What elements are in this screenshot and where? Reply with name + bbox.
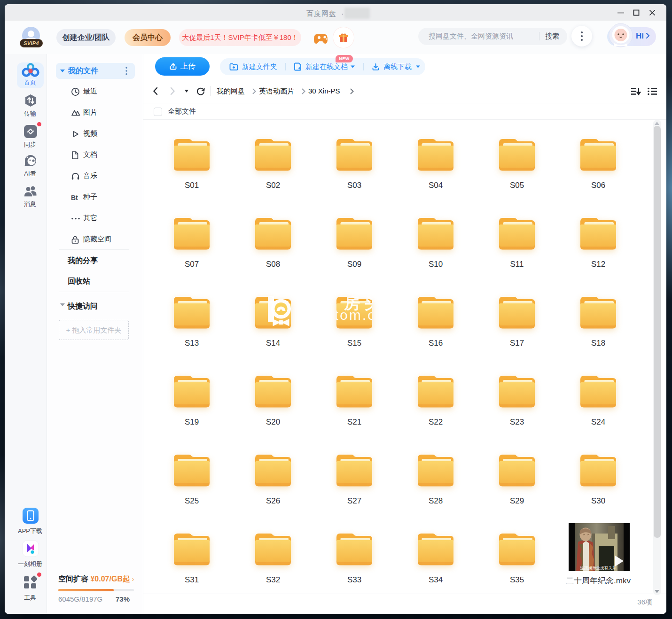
svg-text:Bt: Bt: [71, 194, 78, 201]
svg-text:这跟娱乐业没有关系: 这跟娱乐业没有关系: [580, 565, 617, 570]
